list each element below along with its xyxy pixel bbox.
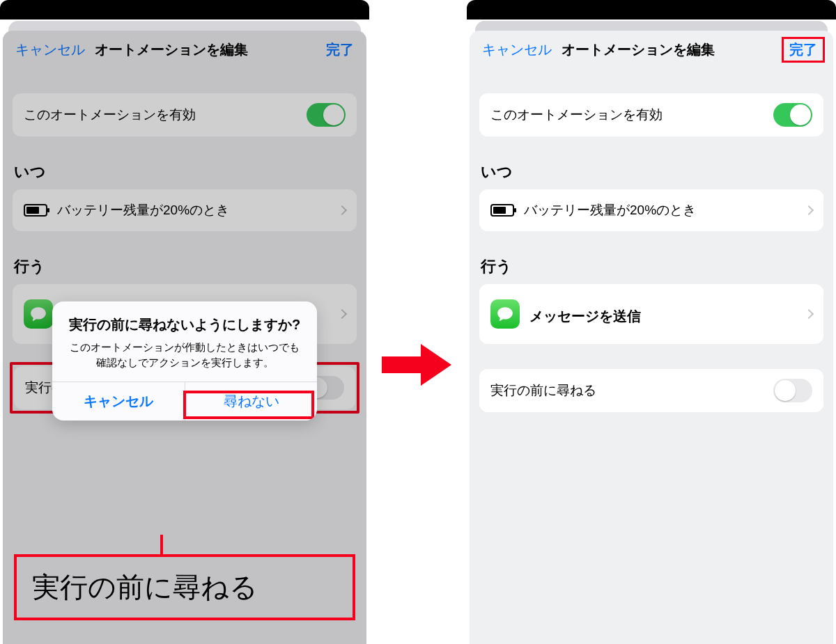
chevron-right-icon xyxy=(804,309,814,319)
phone-screen-right: キャンセル オートメーションを編集 完了 このオートメーションを有効 いつ バッ… xyxy=(467,0,836,644)
section-when-title: いつ xyxy=(470,162,833,189)
row-enable-automation: このオートメーションを有効 xyxy=(479,93,823,136)
toggle-ask-before[interactable] xyxy=(773,379,812,402)
when-condition-label: バッテリー残量が20%のとき xyxy=(524,201,800,219)
status-bar xyxy=(467,0,836,19)
confirm-alert: 実行の前に尋ねないようにしますか? このオートメーションが作動したときはいつでも… xyxy=(52,301,317,421)
alert-confirm-button[interactable]: 尋ねない xyxy=(185,382,317,421)
battery-icon xyxy=(490,204,514,217)
when-condition-row[interactable]: バッテリー残量が20%のとき xyxy=(479,189,823,231)
sheet-content-right: キャンセル オートメーションを編集 完了 このオートメーションを有効 いつ バッ… xyxy=(470,31,833,644)
do-action-title: メッセージを送信 xyxy=(529,307,800,326)
messages-app-icon xyxy=(490,299,520,329)
section-do-title: 行う xyxy=(470,256,833,284)
row-label: このオートメーションを有効 xyxy=(490,106,773,124)
page-title: オートメーションを編集 xyxy=(562,40,782,59)
transition-arrow-icon xyxy=(382,343,451,387)
alert-message: このオートメーションが作動したときはいつでも確認なしでアクションを実行します。 xyxy=(66,340,303,370)
nav-bar: キャンセル オートメーションを編集 完了 xyxy=(470,31,833,68)
row-ask-before: 実行の前に尋ねる xyxy=(479,369,823,412)
done-button[interactable]: 完了 xyxy=(782,37,825,63)
do-action-row[interactable]: メッセージを送信 xyxy=(479,284,823,344)
status-bar xyxy=(0,0,369,19)
alert-title: 実行の前に尋ねないようにしますか? xyxy=(66,315,303,334)
row-label: 実行の前に尋ねる xyxy=(490,382,773,400)
chevron-right-icon xyxy=(804,205,814,215)
alert-cancel-button[interactable]: キャンセル xyxy=(52,382,185,421)
phone-screen-left: キャンセル オートメーションを編集 完了 このオートメーションを有効 いつ バッ… xyxy=(0,0,369,644)
alert-backdrop: 実行の前に尋ねないようにしますか? このオートメーションが作動したときはいつでも… xyxy=(0,19,369,644)
cancel-button[interactable]: キャンセル xyxy=(482,40,552,59)
toggle-enable[interactable] xyxy=(773,103,812,127)
